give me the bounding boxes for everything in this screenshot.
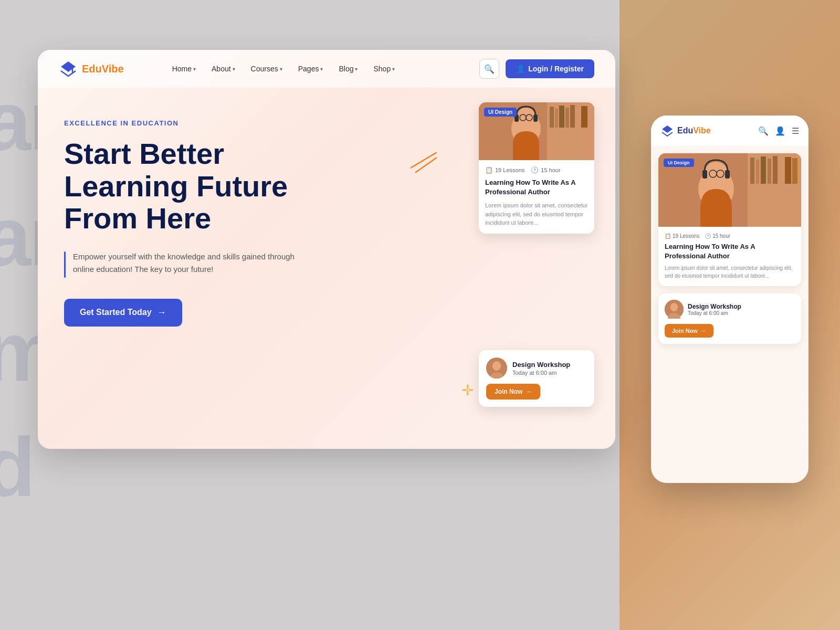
- mobile-preview-card: EduVibe 🔍 👤 ☰: [651, 116, 808, 483]
- svg-rect-28: [779, 158, 783, 184]
- instructor-avatar: [486, 358, 507, 379]
- mobile-search-icon[interactable]: 🔍: [758, 126, 769, 136]
- mobile-lessons-icon: 📋: [665, 233, 671, 239]
- mobile-logo: EduVibe: [660, 124, 711, 138]
- nav-shop-chevron: ▾: [392, 66, 395, 72]
- join-arrow-icon: →: [526, 388, 532, 395]
- svg-rect-30: [792, 158, 797, 184]
- mobile-user-icon[interactable]: 👤: [775, 126, 785, 136]
- desktop-preview-card: EduVibe Home ▾ About ▾ Courses ▾ Pages ▾…: [38, 50, 615, 449]
- mobile-course-description: Lorem ipsum dolor sit amet, consectetur …: [665, 264, 795, 280]
- nav-shop[interactable]: Shop ▾: [367, 61, 401, 76]
- workshop-title: Design Workshop: [512, 361, 570, 369]
- mobile-workshop-card: Design Workshop Today at 6:00 am Join No…: [658, 293, 801, 344]
- time-icon: 🕐: [531, 166, 539, 174]
- course-card: UI Design 📋 19 Lessons 🕐 15 hour Learnin…: [479, 102, 594, 234]
- mobile-nav-icons: 🔍 👤 ☰: [758, 126, 799, 136]
- mobile-logo-icon: [660, 124, 674, 138]
- svg-rect-6: [559, 106, 564, 128]
- mobile-time-icon: 🕐: [705, 233, 711, 239]
- svg-rect-34: [725, 170, 730, 178]
- logo[interactable]: EduVibe: [59, 59, 124, 78]
- course-badge: UI Design: [484, 108, 517, 117]
- mobile-workshop-info: Design Workshop Today at 6:00 am: [688, 303, 741, 316]
- lessons-icon: 📋: [485, 166, 493, 174]
- hero-divider-wrap: Empower yourself with the knowledge and …: [64, 250, 306, 278]
- join-now-button[interactable]: Join Now →: [486, 384, 540, 400]
- workshop-card: Design Workshop Today at 6:00 am Join No…: [479, 350, 594, 407]
- svg-line-1: [416, 158, 437, 172]
- nav-blog[interactable]: Blog ▾: [332, 61, 364, 76]
- svg-rect-7: [565, 108, 569, 128]
- svg-rect-24: [756, 160, 759, 184]
- mobile-lessons-meta: 📋 19 Lessons: [665, 233, 699, 239]
- course-meta: 📋 19 Lessons 🕐 15 hour: [485, 166, 588, 174]
- mobile-logo-text: EduVibe: [677, 126, 711, 135]
- mobile-join-now-button[interactable]: Join Now →: [665, 324, 713, 338]
- svg-rect-5: [555, 109, 558, 128]
- mobile-course-title: Learning How To Write As A Professional …: [665, 242, 795, 261]
- mobile-course-meta: 📋 19 Lessons 🕐 15 hour: [665, 233, 795, 239]
- mobile-workshop-title: Design Workshop: [688, 303, 741, 310]
- logo-text: EduVibe: [82, 63, 124, 75]
- nav-about-chevron: ▾: [233, 66, 235, 72]
- bg-text-4: d: [0, 425, 34, 509]
- hero-divider-line: [64, 251, 66, 278]
- workshop-header: Design Workshop Today at 6:00 am: [486, 358, 587, 379]
- course-card-image: UI Design: [479, 102, 594, 160]
- nav-blog-chevron: ▾: [355, 66, 358, 72]
- svg-point-19: [492, 361, 501, 371]
- mobile-course-body: 📋 19 Lessons 🕐 15 hour Learning How To W…: [658, 227, 801, 286]
- svg-rect-23: [750, 158, 754, 184]
- nav-courses-chevron: ▾: [280, 66, 282, 72]
- mobile-content: UI Design 📋 19 Lessons 🕐 15 hour Learnin…: [651, 146, 808, 483]
- mobile-time-meta: 🕐 15 hour: [705, 233, 730, 239]
- course-description: Lorem ipsum dolor sit amet, consectetur …: [485, 201, 588, 227]
- workshop-info: Design Workshop Today at 6:00 am: [512, 361, 570, 376]
- svg-rect-29: [785, 157, 791, 184]
- mobile-workshop-time: Today at 6:00 am: [688, 310, 741, 316]
- mobile-course-image: UI Design: [658, 153, 801, 227]
- nav-courses[interactable]: Courses ▾: [245, 61, 289, 76]
- course-card-body: 📋 19 Lessons 🕐 15 hour Learning How To W…: [479, 160, 594, 234]
- course-time-meta: 🕐 15 hour: [531, 166, 560, 174]
- svg-rect-26: [768, 159, 771, 184]
- svg-rect-27: [773, 156, 778, 184]
- nav-pages-chevron: ▾: [320, 66, 323, 72]
- nav-links: Home ▾ About ▾ Courses ▾ Pages ▾ Blog ▾ …: [166, 61, 480, 76]
- course-title: Learning How To Write As A Professional …: [485, 178, 588, 197]
- mobile-menu-icon[interactable]: ☰: [792, 126, 799, 136]
- mobile-workshop-header: Design Workshop Today at 6:00 am: [665, 300, 795, 319]
- search-icon: 🔍: [484, 64, 495, 74]
- hero-title: Start Better Learning Future From Here: [64, 138, 316, 235]
- mobile-join-arrow-icon: →: [700, 328, 706, 334]
- mobile-course-badge: UI Design: [664, 159, 694, 167]
- hero-subtitle: Empower yourself with the knowledge and …: [73, 250, 306, 276]
- mobile-instructor-avatar: [665, 300, 684, 319]
- svg-rect-10: [581, 106, 587, 128]
- search-button[interactable]: 🔍: [479, 59, 499, 79]
- mobile-course-card: UI Design 📋 19 Lessons 🕐 15 hour Learnin…: [658, 153, 801, 286]
- navbar: EduVibe Home ▾ About ▾ Courses ▾ Pages ▾…: [38, 50, 615, 88]
- logo-icon: [59, 59, 78, 78]
- user-icon: 👤: [516, 65, 525, 73]
- nav-home[interactable]: Home ▾: [166, 61, 202, 76]
- arrow-icon: →: [157, 307, 166, 318]
- svg-rect-4: [550, 107, 554, 128]
- svg-rect-9: [576, 107, 580, 128]
- workshop-time: Today at 6:00 am: [512, 370, 570, 376]
- nav-pages[interactable]: Pages ▾: [292, 61, 330, 76]
- decorative-plus: ✛: [461, 382, 474, 399]
- nav-about[interactable]: About ▾: [205, 61, 242, 76]
- login-register-button[interactable]: 👤 Login / Register: [506, 59, 594, 78]
- mobile-navbar: EduVibe 🔍 👤 ☰: [651, 116, 808, 146]
- get-started-button[interactable]: Get Started Today →: [64, 299, 182, 327]
- svg-rect-33: [702, 170, 707, 178]
- svg-rect-8: [570, 105, 575, 128]
- svg-point-39: [670, 303, 678, 311]
- nav-home-chevron: ▾: [193, 66, 196, 72]
- svg-rect-25: [761, 156, 766, 184]
- course-lessons-meta: 📋 19 Lessons: [485, 166, 524, 174]
- nav-actions: 🔍 👤 Login / Register: [479, 59, 594, 79]
- svg-rect-14: [533, 114, 538, 122]
